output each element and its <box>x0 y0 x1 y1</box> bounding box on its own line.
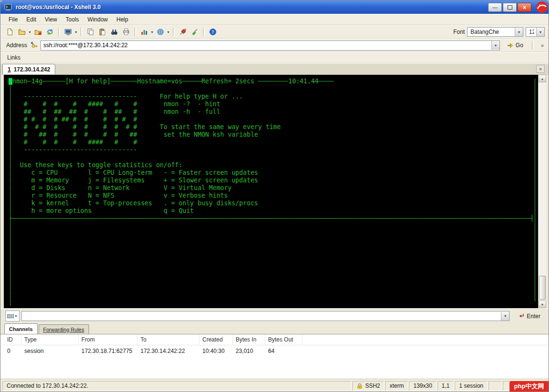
session-tab-bar: 1 172.30.14.242 × <box>0 63 549 75</box>
col-type[interactable]: Type <box>21 334 79 345</box>
open-session-dropdown-icon[interactable]: ▼ <box>28 30 32 34</box>
terminal-scrollbar[interactable]: ▲ ▼ <box>538 75 546 308</box>
scrollbar-thumb[interactable] <box>539 276 546 300</box>
toolbar-separator <box>58 28 60 36</box>
disconnect-icon[interactable] <box>177 26 189 38</box>
font-size-combo[interactable]: 12 ▼ <box>526 27 545 37</box>
watermark-ball-icon <box>536 1 548 13</box>
col-created[interactable]: Created <box>200 334 233 345</box>
terminal-line: │ h = more options q = Quit <box>9 207 538 215</box>
cell-to: 172.30.14.242:22 <box>138 348 200 354</box>
sessions-dialog-icon[interactable] <box>32 26 44 38</box>
lock-icon <box>357 383 363 389</box>
terminal-line: │ <box>9 154 538 161</box>
menu-tools[interactable]: Tools <box>61 15 83 24</box>
address-label: Address <box>6 42 27 49</box>
color-scheme-dropdown-icon[interactable]: ▼ <box>150 30 154 34</box>
status-empty-segment <box>489 381 502 391</box>
xshell-window: { "window": { "title": "root@vos:/usr/lo… <box>0 0 549 392</box>
quick-command-dropdown-icon[interactable]: ▼ <box>14 314 18 318</box>
font-name-dropdown-icon[interactable]: ▼ <box>515 28 523 36</box>
enter-button[interactable]: Enter <box>514 311 544 321</box>
channels-table: ID Type From To Created Bytes In Bytes O… <box>0 334 549 379</box>
quick-command-field[interactable]: ▼ <box>21 311 509 321</box>
open-session-icon[interactable] <box>16 26 28 38</box>
help-icon[interactable]: ? <box>207 26 219 38</box>
terminal-line: ├───────────────────────────────────────… <box>9 215 538 222</box>
font-name-value: BatangChe <box>470 29 513 35</box>
go-button[interactable]: Go <box>502 40 528 50</box>
col-from[interactable]: From <box>79 334 138 345</box>
go-label: Go <box>516 42 523 49</box>
web-browser-dropdown-icon[interactable]: ▼ <box>166 30 170 34</box>
address-dropdown-icon[interactable]: ▼ <box>491 41 499 50</box>
reconnect-icon[interactable] <box>44 26 56 38</box>
quick-command-bar: ▼ ▼ Enter <box>0 308 549 323</box>
terminal-line: │ <box>9 238 538 245</box>
new-session-icon[interactable] <box>4 26 16 38</box>
status-protocol: SSH2 <box>352 381 384 391</box>
tab-channels[interactable]: Channels <box>4 323 38 334</box>
scroll-down-icon[interactable]: ▼ <box>539 301 546 308</box>
terminal-line: │ <box>9 299 538 306</box>
terminal-line: │ <box>9 268 538 276</box>
toolbar-separator <box>80 28 82 36</box>
col-id[interactable]: ID <box>0 334 21 345</box>
session-manager-icon[interactable] <box>62 26 74 38</box>
terminal-screen[interactable]: ┌nmon─14g──────[H for help]───────Hostna… <box>4 75 538 308</box>
terminal-line: │ <box>9 222 538 230</box>
toolbar-overflow-icon[interactable]: » <box>539 42 546 48</box>
terminal-line: │ <box>9 283 538 291</box>
scroll-up-icon[interactable]: ▲ <box>539 75 546 82</box>
col-to[interactable]: To <box>138 334 200 345</box>
terminal-line: │ <box>9 253 538 261</box>
menu-view[interactable]: View <box>40 15 61 24</box>
close-button[interactable]: × <box>518 3 531 12</box>
find-icon[interactable] <box>109 26 120 38</box>
color-scheme-icon[interactable] <box>139 26 150 38</box>
quick-command-history-icon[interactable]: ▼ <box>501 312 509 321</box>
quick-command-mode-icon[interactable]: ▼ <box>5 311 20 322</box>
terminal-line: │ ------------------------------ <box>9 146 538 154</box>
paste-icon[interactable] <box>97 26 108 38</box>
address-input[interactable] <box>41 41 489 50</box>
font-name-combo[interactable]: BatangChe ▼ <box>467 27 523 37</box>
menu-help[interactable]: Help <box>112 15 133 24</box>
menu-edit[interactable]: Edit <box>22 15 40 24</box>
status-protocol-label: SSH2 <box>365 382 380 389</box>
terminal-line: │ k = kernel t = Top-processes . = only … <box>9 200 538 207</box>
cell-from: 172.30.18.71:62775 <box>79 348 138 354</box>
terminal-line: │ <box>9 230 538 238</box>
maximize-button[interactable] <box>503 3 517 12</box>
panel-tabs: Channels Forwarding Rules <box>0 323 549 334</box>
table-row[interactable]: 0 session 172.30.18.71:62775 172.30.14.2… <box>0 345 549 357</box>
terminal-area: ┌nmon─14g──────[H for help]───────Hostna… <box>4 75 546 308</box>
clear-screen-icon[interactable] <box>189 26 200 38</box>
web-browser-icon[interactable] <box>155 26 166 38</box>
window-title: root@vos:/usr/local - Xshell 3.0 <box>16 4 100 10</box>
address-field[interactable]: ▼ <box>40 40 500 50</box>
terminal-line: │ # # # # #### # # <box>9 139 538 146</box>
toolbar-separator <box>173 28 175 36</box>
col-bytes-out[interactable]: Bytes Out <box>265 334 302 345</box>
col-bytes-in[interactable]: Bytes In <box>233 334 265 345</box>
print-icon[interactable] <box>120 26 132 38</box>
cell-bytes-in: 23,010 <box>233 348 265 354</box>
session-tab-label: 172.30.14.242 <box>14 66 50 73</box>
session-manager-dropdown-icon[interactable]: ▼ <box>74 30 78 34</box>
menu-file[interactable]: File <box>4 15 22 24</box>
cell-id: 0 <box>0 348 21 354</box>
terminal-line: │ ------------------------------ For hel… <box>9 93 538 101</box>
font-size-dropdown-icon[interactable]: ▼ <box>536 28 544 36</box>
tab-close-icon[interactable]: × <box>536 65 545 73</box>
minimize-button[interactable]: — <box>488 3 502 12</box>
channels-table-header: ID Type From To Created Bytes In Bytes O… <box>0 334 549 345</box>
cell-type: session <box>21 348 79 354</box>
quick-command-input[interactable] <box>22 312 499 321</box>
toolbar: ▼ ▼ ▼ ▼ ? Font BatangChe <box>0 25 549 39</box>
copy-icon[interactable] <box>85 26 96 38</box>
titlebar[interactable]: root@vos:/usr/local - Xshell 3.0 — × <box>0 0 549 14</box>
menu-window[interactable]: Window <box>83 15 112 24</box>
tab-forwarding-rules[interactable]: Forwarding Rules <box>39 324 89 334</box>
session-tab[interactable]: 1 172.30.14.242 <box>2 64 55 74</box>
